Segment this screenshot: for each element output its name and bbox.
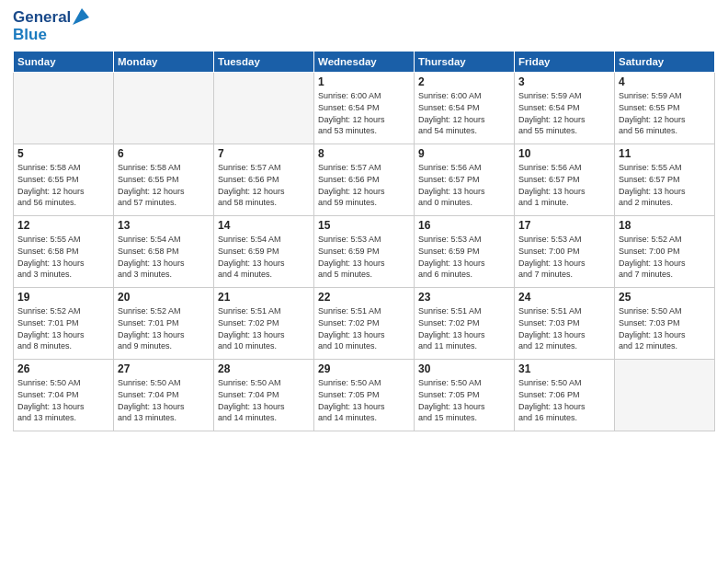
day-header-saturday: Saturday (615, 52, 715, 73)
day-number: 3 (518, 75, 610, 88)
cell-content: Sunrise: 5:50 AM Sunset: 7:04 PM Dayligh… (17, 377, 109, 423)
cell-content: Sunrise: 5:51 AM Sunset: 7:02 PM Dayligh… (218, 305, 310, 351)
cell-content: Sunrise: 6:00 AM Sunset: 6:54 PM Dayligh… (318, 90, 410, 136)
logo-bird-icon (73, 8, 89, 25)
day-number: 17 (518, 219, 610, 232)
svg-marker-0 (73, 8, 89, 25)
cell-content: Sunrise: 5:52 AM Sunset: 7:01 PM Dayligh… (118, 305, 210, 351)
day-number: 16 (418, 219, 510, 232)
calendar-table: SundayMondayTuesdayWednesdayThursdayFrid… (13, 51, 715, 431)
cell-content: Sunrise: 5:51 AM Sunset: 7:02 PM Dayligh… (418, 305, 510, 351)
day-number: 26 (17, 362, 109, 375)
day-number: 14 (218, 219, 310, 232)
cell-content: Sunrise: 5:53 AM Sunset: 6:59 PM Dayligh… (318, 234, 410, 280)
cell-content: Sunrise: 5:59 AM Sunset: 6:55 PM Dayligh… (619, 90, 711, 136)
calendar-cell: 18Sunrise: 5:52 AM Sunset: 7:00 PM Dayli… (615, 216, 715, 288)
cell-content: Sunrise: 5:53 AM Sunset: 7:00 PM Dayligh… (518, 234, 610, 280)
cell-content: Sunrise: 5:58 AM Sunset: 6:55 PM Dayligh… (118, 162, 210, 208)
day-number: 11 (619, 147, 711, 160)
cell-content: Sunrise: 5:52 AM Sunset: 7:00 PM Dayligh… (619, 234, 711, 280)
cell-content: Sunrise: 5:56 AM Sunset: 6:57 PM Dayligh… (418, 162, 510, 208)
day-number: 12 (17, 219, 109, 232)
calendar-cell: 6Sunrise: 5:58 AM Sunset: 6:55 PM Daylig… (114, 144, 214, 216)
calendar-cell: 7Sunrise: 5:57 AM Sunset: 6:56 PM Daylig… (214, 144, 314, 216)
calendar-cell: 24Sunrise: 5:51 AM Sunset: 7:03 PM Dayli… (515, 288, 615, 360)
cell-content: Sunrise: 5:50 AM Sunset: 7:05 PM Dayligh… (318, 377, 410, 423)
day-header-friday: Friday (515, 52, 615, 73)
cell-content: Sunrise: 5:54 AM Sunset: 6:58 PM Dayligh… (118, 234, 210, 280)
cell-content: Sunrise: 5:59 AM Sunset: 6:54 PM Dayligh… (518, 90, 610, 136)
cell-content: Sunrise: 5:54 AM Sunset: 6:59 PM Dayligh… (218, 234, 310, 280)
calendar-cell: 31Sunrise: 5:50 AM Sunset: 7:06 PM Dayli… (515, 360, 615, 431)
page: General Blue SundayMondayTuesdayWednesda… (0, 0, 728, 563)
day-number: 22 (318, 291, 410, 304)
calendar-cell: 4Sunrise: 5:59 AM Sunset: 6:55 PM Daylig… (615, 73, 715, 144)
cell-content: Sunrise: 5:55 AM Sunset: 6:57 PM Dayligh… (619, 162, 711, 208)
day-number: 4 (619, 75, 711, 88)
day-number: 21 (218, 291, 310, 304)
cell-content: Sunrise: 5:57 AM Sunset: 6:56 PM Dayligh… (218, 162, 310, 208)
calendar-header-row: SundayMondayTuesdayWednesdayThursdayFrid… (14, 52, 715, 73)
calendar-cell (114, 73, 214, 144)
cell-content: Sunrise: 5:50 AM Sunset: 7:04 PM Dayligh… (118, 377, 210, 423)
day-number: 19 (17, 291, 109, 304)
day-number: 28 (218, 362, 310, 375)
calendar-cell (14, 73, 114, 144)
calendar-cell: 5Sunrise: 5:58 AM Sunset: 6:55 PM Daylig… (14, 144, 114, 216)
day-number: 13 (118, 219, 210, 232)
calendar-cell: 30Sunrise: 5:50 AM Sunset: 7:05 PM Dayli… (415, 360, 515, 431)
calendar-cell: 13Sunrise: 5:54 AM Sunset: 6:58 PM Dayli… (114, 216, 214, 288)
calendar-cell: 27Sunrise: 5:50 AM Sunset: 7:04 PM Dayli… (114, 360, 214, 431)
cell-content: Sunrise: 6:00 AM Sunset: 6:54 PM Dayligh… (418, 90, 510, 136)
day-number: 18 (619, 219, 711, 232)
cell-content: Sunrise: 5:51 AM Sunset: 7:03 PM Dayligh… (518, 305, 610, 351)
calendar-cell: 20Sunrise: 5:52 AM Sunset: 7:01 PM Dayli… (114, 288, 214, 360)
cell-content: Sunrise: 5:58 AM Sunset: 6:55 PM Dayligh… (17, 162, 109, 208)
calendar-cell: 21Sunrise: 5:51 AM Sunset: 7:02 PM Dayli… (214, 288, 314, 360)
calendar-cell: 11Sunrise: 5:55 AM Sunset: 6:57 PM Dayli… (615, 144, 715, 216)
cell-content: Sunrise: 5:56 AM Sunset: 6:57 PM Dayligh… (518, 162, 610, 208)
calendar-cell: 26Sunrise: 5:50 AM Sunset: 7:04 PM Dayli… (14, 360, 114, 431)
day-number: 23 (418, 291, 510, 304)
cell-content: Sunrise: 5:50 AM Sunset: 7:04 PM Dayligh… (218, 377, 310, 423)
day-header-sunday: Sunday (14, 52, 114, 73)
calendar-cell: 12Sunrise: 5:55 AM Sunset: 6:58 PM Dayli… (14, 216, 114, 288)
cell-content: Sunrise: 5:52 AM Sunset: 7:01 PM Dayligh… (17, 305, 109, 351)
calendar-cell: 29Sunrise: 5:50 AM Sunset: 7:05 PM Dayli… (314, 360, 415, 431)
day-number: 27 (118, 362, 210, 375)
day-number: 7 (218, 147, 310, 160)
logo: General Blue (13, 9, 89, 43)
logo-general: General (13, 9, 71, 27)
cell-content: Sunrise: 5:50 AM Sunset: 7:06 PM Dayligh… (518, 377, 610, 423)
day-number: 31 (518, 362, 610, 375)
day-header-thursday: Thursday (415, 52, 515, 73)
day-number: 5 (17, 147, 109, 160)
day-header-wednesday: Wednesday (314, 52, 415, 73)
cell-content: Sunrise: 5:57 AM Sunset: 6:56 PM Dayligh… (318, 162, 410, 208)
day-number: 9 (418, 147, 510, 160)
day-number: 6 (118, 147, 210, 160)
header: General Blue (13, 9, 715, 43)
cell-content: Sunrise: 5:55 AM Sunset: 6:58 PM Dayligh… (17, 234, 109, 280)
day-number: 8 (318, 147, 410, 160)
calendar-cell: 16Sunrise: 5:53 AM Sunset: 6:59 PM Dayli… (415, 216, 515, 288)
day-number: 20 (118, 291, 210, 304)
cell-content: Sunrise: 5:50 AM Sunset: 7:03 PM Dayligh… (619, 305, 711, 351)
calendar-week-5: 26Sunrise: 5:50 AM Sunset: 7:04 PM Dayli… (14, 360, 715, 431)
calendar-cell: 19Sunrise: 5:52 AM Sunset: 7:01 PM Dayli… (14, 288, 114, 360)
day-header-monday: Monday (114, 52, 214, 73)
calendar-cell: 3Sunrise: 5:59 AM Sunset: 6:54 PM Daylig… (515, 73, 615, 144)
logo-block: General Blue (13, 9, 89, 43)
cell-content: Sunrise: 5:50 AM Sunset: 7:05 PM Dayligh… (418, 377, 510, 423)
calendar-cell (214, 73, 314, 144)
cell-content: Sunrise: 5:53 AM Sunset: 6:59 PM Dayligh… (418, 234, 510, 280)
calendar-cell: 9Sunrise: 5:56 AM Sunset: 6:57 PM Daylig… (415, 144, 515, 216)
calendar-cell: 22Sunrise: 5:51 AM Sunset: 7:02 PM Dayli… (314, 288, 415, 360)
calendar-cell: 2Sunrise: 6:00 AM Sunset: 6:54 PM Daylig… (415, 73, 515, 144)
calendar-cell: 25Sunrise: 5:50 AM Sunset: 7:03 PM Dayli… (615, 288, 715, 360)
day-number: 10 (518, 147, 610, 160)
logo-blue: Blue (13, 27, 47, 44)
calendar-week-1: 1Sunrise: 6:00 AM Sunset: 6:54 PM Daylig… (14, 73, 715, 144)
calendar-week-4: 19Sunrise: 5:52 AM Sunset: 7:01 PM Dayli… (14, 288, 715, 360)
calendar-cell: 8Sunrise: 5:57 AM Sunset: 6:56 PM Daylig… (314, 144, 415, 216)
